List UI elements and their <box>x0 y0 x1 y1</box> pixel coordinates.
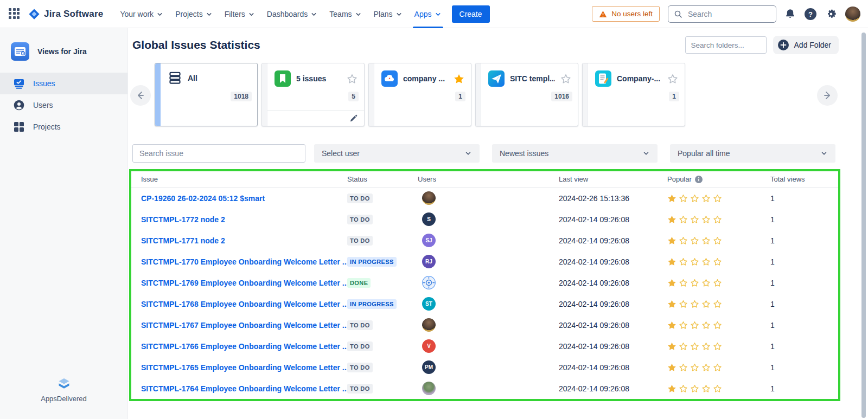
user-avatar[interactable] <box>845 7 860 22</box>
star-icon[interactable] <box>713 194 722 203</box>
add-folder-button[interactable]: Add Folder <box>773 36 839 54</box>
star-icon[interactable] <box>713 215 722 224</box>
issue-link[interactable]: SITCTMPL-1766 Employee Onboarding Welcom… <box>141 342 348 351</box>
star-icon[interactable] <box>713 279 722 287</box>
star-icon[interactable] <box>679 257 688 266</box>
user-avatar[interactable]: S <box>422 212 436 226</box>
issue-link[interactable]: SITCTMPL-1765 Employee Onboarding Welcom… <box>141 363 348 372</box>
star-icon[interactable] <box>713 257 722 266</box>
user-avatar[interactable]: PM <box>422 360 436 374</box>
search-folders-input[interactable] <box>685 36 767 54</box>
star-icon[interactable] <box>701 194 711 203</box>
user-avatar[interactable] <box>422 382 436 395</box>
issue-link[interactable]: CP-19260 26-02-2024 05:12 $smart <box>141 194 265 203</box>
vendor-footer[interactable]: AppsDelivered <box>0 378 127 403</box>
issue-link[interactable]: SITCTMPL-1770 Employee Onboarding Welcom… <box>141 257 348 266</box>
star-icon[interactable] <box>667 215 676 224</box>
star-icon[interactable] <box>713 300 722 308</box>
user-avatar[interactable]: SJ <box>422 234 436 247</box>
user-avatar[interactable]: V <box>422 339 436 353</box>
user-select[interactable]: Select user <box>314 144 480 163</box>
user-avatar[interactable] <box>422 191 436 205</box>
folder-card-sitc-templ[interactable]: SITC templ...1016 <box>475 63 578 126</box>
star-icon[interactable] <box>679 236 688 245</box>
star-icon[interactable] <box>690 363 699 372</box>
star-icon[interactable] <box>690 215 699 224</box>
issue-link[interactable]: SITCTMPL-1771 node 2 <box>141 236 225 245</box>
user-avatar[interactable]: ST <box>422 297 436 311</box>
star-icon[interactable] <box>701 215 711 224</box>
star-icon[interactable] <box>667 279 676 287</box>
nav-item-filters[interactable]: Filters <box>219 0 261 28</box>
star-icon[interactable] <box>690 300 699 308</box>
star-icon[interactable] <box>690 236 699 245</box>
star-icon[interactable] <box>347 74 358 84</box>
issue-link[interactable]: SITCTMPL-1769 Employee Onboarding Welcom… <box>141 279 348 287</box>
star-icon[interactable] <box>713 342 722 351</box>
issue-link[interactable]: SITCTMPL-1764 Employee Onboarding Welcom… <box>141 384 348 393</box>
issue-link[interactable]: SITCTMPL-1767 Employee Onboarding Welcom… <box>141 321 348 330</box>
user-avatar[interactable] <box>422 318 436 332</box>
star-icon[interactable] <box>690 384 699 393</box>
folder-card-5-issues[interactable]: 5 issues5 <box>261 63 365 126</box>
sidebar-item-issues[interactable]: Issues <box>0 73 127 94</box>
star-icon[interactable] <box>679 215 688 224</box>
star-icon[interactable] <box>679 321 688 330</box>
star-icon[interactable] <box>679 194 688 203</box>
star-icon[interactable] <box>701 236 711 245</box>
no-users-left-button[interactable]: No users left <box>592 6 660 22</box>
app-switcher-icon[interactable] <box>9 8 21 20</box>
carousel-prev-button[interactable] <box>130 85 151 106</box>
folder-card-all[interactable]: All1018 <box>155 63 258 126</box>
star-icon[interactable] <box>560 74 571 84</box>
star-icon[interactable] <box>667 363 676 372</box>
star-icon[interactable] <box>667 321 676 330</box>
star-icon[interactable] <box>679 279 688 287</box>
sort-select[interactable]: Newest issues <box>492 144 658 163</box>
star-icon[interactable] <box>679 384 688 393</box>
star-icon[interactable] <box>713 236 722 245</box>
nav-item-plans[interactable]: Plans <box>368 0 409 28</box>
edit-icon[interactable] <box>349 114 358 123</box>
star-icon[interactable] <box>701 363 711 372</box>
star-icon[interactable] <box>667 194 676 203</box>
star-icon[interactable] <box>713 384 722 393</box>
star-icon[interactable] <box>667 300 676 308</box>
star-icon[interactable] <box>690 194 699 203</box>
help-icon[interactable]: ? <box>804 8 817 21</box>
nav-item-teams[interactable]: Teams <box>323 0 367 28</box>
nav-item-apps[interactable]: Apps <box>409 0 448 28</box>
folder-card-company[interactable]: company ...1 <box>368 63 471 126</box>
user-avatar[interactable]: RJ <box>422 255 436 268</box>
star-icon[interactable] <box>701 257 711 266</box>
search-input[interactable] <box>687 9 770 19</box>
star-icon[interactable] <box>690 321 699 330</box>
star-icon[interactable] <box>667 257 676 266</box>
carousel-next-button[interactable] <box>817 85 838 106</box>
bot-avatar[interactable] <box>422 276 436 289</box>
star-icon[interactable] <box>667 342 676 351</box>
popular-range-select[interactable]: Popular all time <box>670 144 835 163</box>
nav-item-dashboards[interactable]: Dashboards <box>261 0 324 28</box>
star-icon[interactable] <box>679 342 688 351</box>
star-icon[interactable] <box>690 279 699 287</box>
star-icon[interactable] <box>667 74 678 84</box>
search-issue-input[interactable] <box>132 144 305 163</box>
star-icon[interactable] <box>701 300 711 308</box>
nav-item-projects[interactable]: Projects <box>169 0 219 28</box>
vertical-scrollbar[interactable] <box>861 33 866 418</box>
star-icon[interactable] <box>679 300 688 308</box>
star-icon[interactable] <box>679 363 688 372</box>
folder-card-company[interactable]: Company-...1 <box>582 63 685 126</box>
star-icon[interactable] <box>454 74 464 84</box>
settings-gear-icon[interactable] <box>825 8 837 20</box>
create-button[interactable]: Create <box>452 5 490 23</box>
global-search[interactable] <box>668 5 776 23</box>
sidebar-item-users[interactable]: Users <box>0 94 127 116</box>
star-icon[interactable] <box>690 257 699 266</box>
issue-link[interactable]: SITCTMPL-1772 node 2 <box>141 215 225 224</box>
sidebar-item-projects[interactable]: Projects <box>0 116 127 138</box>
star-icon[interactable] <box>701 384 711 393</box>
issue-link[interactable]: SITCTMPL-1768 Employee Onboarding Welcom… <box>141 300 348 308</box>
nav-item-your-work[interactable]: Your work <box>114 0 169 28</box>
